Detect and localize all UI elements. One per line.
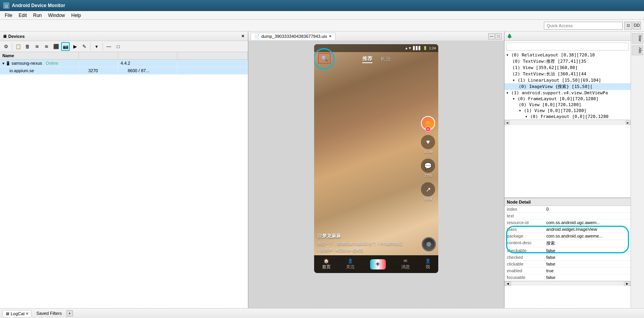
detail-row-index: index 0	[504, 206, 631, 213]
node-detail-scroll: index 0 text resource-id com.ss.android.…	[504, 206, 631, 308]
bottom-tab-me[interactable]: 👤 我	[425, 258, 431, 270]
tree-item-5[interactable]: (0) ImageView {搜索} [15,50][	[504, 83, 631, 90]
toolbar-action2-btn[interactable]: ≋	[42, 42, 51, 51]
phone-status-bar: ▲▼ ▋▋▋ 🔋 1:24	[314, 44, 438, 52]
app-row-appium[interactable]: io.appium.se 3270 8600 / 87...	[0, 67, 248, 75]
toolbar-debug-btn[interactable]: ⚙	[2, 42, 10, 51]
add-filter-button[interactable]: +	[67, 310, 73, 316]
toolbar-sep-3	[102, 43, 103, 51]
detail-key-checkable: checkable	[504, 247, 544, 254]
status-time: 1:24	[429, 46, 436, 50]
detail-val-index: 0	[544, 206, 631, 213]
detail-row-checkable: checkable false	[504, 247, 631, 254]
device-status-cell	[79, 60, 118, 67]
start-button[interactable]: Star	[632, 33, 643, 44]
tree-item-4[interactable]: ▾ (1) LinearLayout [15,50][69,104]	[504, 77, 631, 83]
device-row-samsung[interactable]: ▾ 📱 samsung-nexus Online 4.4.2	[0, 60, 248, 67]
tree-item-1[interactable]: (0) TextView:推荐 [277,41][35	[504, 58, 631, 65]
detail-key-content-desc: content-desc	[504, 239, 544, 247]
menu-window[interactable]: Window	[45, 12, 68, 19]
uix-maximize-btn[interactable]: □	[495, 33, 502, 39]
uix-minimize-btn[interactable]: —	[488, 33, 495, 39]
quick-access-input[interactable]	[544, 22, 623, 30]
toolbar-edit-btn[interactable]: ✎	[80, 42, 89, 51]
phone-bottom-bar: 🏠 首页 👤 关注 + ✉ 消息 👤	[314, 255, 438, 273]
detail-val-package: com.ss.android.ugc.aweme...	[544, 233, 631, 239]
tree-item-9[interactable]: ▾ (1) View [0,0][720,1280]	[504, 108, 631, 114]
toolbar-minimize-btn[interactable]: —	[104, 42, 113, 51]
allo-button[interactable]: Allo	[632, 45, 643, 55]
detail-scroll-left[interactable]: ◄	[504, 281, 511, 286]
search-icon-in-box: 🔍	[321, 55, 328, 62]
toolbar-sep-1	[12, 43, 12, 51]
menu-help[interactable]: Help	[68, 12, 84, 19]
title-bar: 🤖 Android Device Monitor	[0, 0, 644, 11]
device-version-cell: 4.4.2	[118, 60, 177, 67]
detail-row-clickable: clickable false	[504, 261, 631, 267]
tree-item-6[interactable]: ▾ (1) android.support.v4.view.DmtViewPa	[504, 90, 631, 96]
share-count: 1524	[424, 197, 432, 201]
devices-panel-close[interactable]: ✕	[240, 34, 246, 39]
detail-row-package: package com.ss.android.ugc.aweme...	[504, 233, 631, 239]
tree-node-text-0: ▾ (0) RelativeLayout [0,38][720,10	[506, 52, 595, 58]
tree-item-0[interactable]: ▾ (0) RelativeLayout [0,38][720,10	[504, 52, 631, 58]
tree-item-3[interactable]: (2) TextView:长治 [360,41][44	[504, 71, 631, 77]
detail-row-text: text	[504, 213, 631, 219]
tree-node-text-7: ▾ (0) FrameLayout [0,0][720,1280]	[512, 96, 599, 101]
tree-item-8[interactable]: (0) View [0,0][720,1280]	[504, 102, 631, 108]
tree-item-10[interactable]: ▾ (0) FrameLayout [0,0][720,1280	[504, 114, 631, 120]
like-action-btn[interactable]: ♥ 10.2w	[421, 135, 435, 154]
maximize-view-button[interactable]: ⊡	[624, 22, 632, 30]
right-panel-header: 🌲	[504, 32, 631, 41]
menu-run[interactable]: Run	[30, 12, 45, 19]
detail-scroll-right[interactable]: ►	[624, 281, 631, 286]
toolbar-dropdown-btn[interactable]: ▾	[92, 42, 101, 51]
toolbar-maximize-btn[interactable]: □	[114, 42, 123, 51]
devices-panel-icon: 🖥	[2, 34, 7, 39]
tree-scroll-right[interactable]: ►	[625, 120, 631, 125]
tree-item-2[interactable]: (1) View [359,62][360,80]	[504, 65, 631, 71]
tree-search-input[interactable]	[506, 43, 629, 51]
like-icon: ♥	[421, 135, 435, 149]
toolbar-run-btn[interactable]: ▶	[71, 42, 79, 51]
toolbar-delete-btn[interactable]: 🗑	[23, 42, 32, 51]
detail-key-class: class	[504, 226, 544, 233]
bottom-tab-message[interactable]: ✉ 消息	[401, 258, 410, 270]
far-right-panel: Star Allo	[631, 32, 644, 308]
profile-action-btn[interactable]: 😊 +	[421, 116, 435, 130]
menu-edit[interactable]: Edit	[15, 12, 30, 19]
uix-tab-close[interactable]: ✕	[329, 34, 332, 38]
search-highlight-box: 🔍	[318, 53, 331, 64]
tree-scroll-left[interactable]: ◄	[504, 120, 510, 125]
toolbar-screenshot-btn[interactable]: 📷	[61, 42, 70, 51]
detail-val-focusable: false	[544, 274, 631, 281]
profile-plus-icon: +	[425, 126, 431, 132]
toolbar-stop-btn[interactable]: ⬛	[52, 42, 60, 51]
menu-file[interactable]: File	[2, 12, 15, 19]
bottom-plus-button[interactable]: +	[370, 259, 386, 269]
toolbar-copy-btn[interactable]: 📋	[14, 42, 22, 51]
video-username: @梦龙麻麻	[317, 233, 419, 239]
tree-item-7[interactable]: ▾ (0) FrameLayout [0,0][720,1280]	[504, 96, 631, 102]
uix-filename: dump_3903333404383677943.uix	[261, 34, 327, 39]
bottom-tab-follow[interactable]: 👤 关注	[346, 258, 355, 270]
devices-panel-title: Devices	[8, 34, 238, 39]
tree-node-text-10: ▾ (0) FrameLayout [0,0][720,1280	[525, 114, 609, 119]
dd-button[interactable]: DD	[633, 22, 641, 30]
app-col4-cell	[177, 67, 248, 74]
node-detail-table: index 0 text resource-id com.ss.android.…	[504, 206, 631, 281]
devices-toolbar: ⚙ 📋 🗑 ≋ ≋ ⬛ 📷 ▶ ✎ ▾ — □	[0, 41, 248, 52]
col-status	[79, 52, 118, 59]
bottom-tab-home[interactable]: 🏠 首页	[322, 258, 331, 270]
share-icon: ↗	[421, 182, 435, 196]
uix-tab[interactable]: 📄 dump_3903333404383677943.uix ✕	[251, 33, 335, 40]
comment-action-btn[interactable]: 💬 2755	[421, 159, 435, 178]
toolbar-action1-btn[interactable]: ≋	[33, 42, 41, 51]
app-tab-recommend: 推荐	[362, 55, 372, 63]
quick-access-bar: ⊡ DD	[0, 20, 644, 32]
tree-node-text-9: ▾ (1) View [0,0][720,1280]	[519, 108, 586, 113]
right-panel: 🌲 ▾ (0) RelativeLayout [0,38][720,10 (0)…	[504, 32, 631, 308]
logcat-close[interactable]: ✕	[26, 312, 29, 316]
share-action-btn[interactable]: ↗ 1524	[421, 182, 435, 201]
logcat-tab[interactable]: 🖥 LogCat ✕	[2, 310, 32, 317]
